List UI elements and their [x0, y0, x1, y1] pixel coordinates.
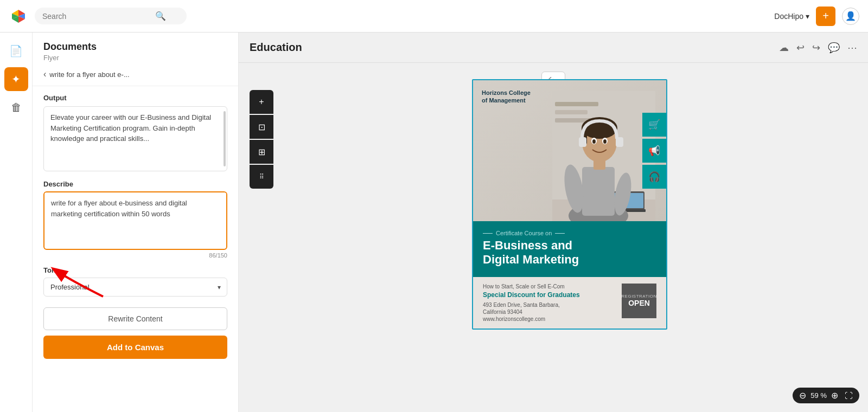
zoom-in-button[interactable]: ⊕ — [831, 391, 838, 400]
open-label: OPEN — [628, 299, 650, 307]
search-bar[interactable]: 🔍 — [35, 8, 187, 24]
college-name-text: Horizons College of Management — [482, 89, 531, 105]
left-panel: Documents Flyer ‹ write for a flyer abou… — [33, 33, 239, 412]
flyer-photo-section: Horizons College of Management — [473, 80, 666, 221]
flyer-address: 493 Eden Drive, Santa Barbara, — [483, 302, 616, 308]
panel-subtitle: Flyer — [43, 54, 227, 62]
flyer-card: Horizons College of Management — [472, 79, 667, 330]
app-logo[interactable] — [9, 7, 28, 26]
output-text: Elevate your career with our E-Business … — [50, 113, 211, 143]
undo-icon[interactable]: ↩ — [796, 42, 805, 54]
flyer-state: California 93404 — [483, 309, 616, 315]
sidebar-item-trash[interactable]: 🗑 — [4, 95, 28, 119]
cloud-save-icon[interactable]: ☁ — [779, 42, 789, 54]
comments-icon[interactable]: 💬 — [828, 42, 840, 54]
student-photo — [552, 91, 655, 221]
describe-textarea[interactable]: write for a flyer about e-business and d… — [44, 192, 226, 247]
svg-point-25 — [592, 139, 596, 144]
sidebar-item-documents[interactable]: 📄 — [4, 39, 28, 63]
tone-select[interactable]: Professional Casual Formal Friendly Pers… — [43, 278, 227, 297]
canvas-actions: ☁ ↩ ↪ 💬 ⋯ — [779, 42, 857, 54]
output-box: Elevate your career with our E-Business … — [43, 106, 227, 171]
add-new-button[interactable]: + — [816, 7, 835, 26]
user-profile-button[interactable]: 👤 — [842, 8, 859, 25]
canvas-wrapper: + ⊡ ⊞ ⠿ Horizons College of Management — [239, 63, 868, 412]
megaphone-icon: 📢 — [642, 139, 666, 163]
tone-label: Tone — [43, 266, 227, 274]
flyer-main-title: E-Business and Digital Marketing — [483, 239, 656, 267]
panel-content: Output Elevate your career with our E-Bu… — [33, 86, 238, 412]
fullscreen-button[interactable]: ⛶ — [845, 391, 853, 400]
zoom-out-button[interactable]: ⊖ — [799, 391, 806, 400]
search-icon: 🔍 — [155, 11, 166, 21]
flyer-teal-section: Certificate Course on E-Business and Dig… — [473, 221, 666, 277]
topbar-right: DocHipo ▾ + 👤 — [774, 7, 859, 26]
breadcrumb-text: write for a flyer about e-... — [49, 70, 129, 79]
trash-icon: 🗑 — [11, 101, 22, 114]
flyer-website: www.horizonscollege.com — [483, 316, 616, 322]
canvas-left-toolbar: + ⊡ ⊞ ⠿ — [250, 90, 273, 189]
dots-icon: ⠿ — [259, 173, 264, 181]
add-to-canvas-button[interactable]: Add to Canvas — [43, 336, 227, 359]
more-options-icon[interactable]: ⋯ — [847, 42, 857, 54]
document-icon: 📄 — [9, 44, 23, 57]
sidebar-item-ai[interactable]: ✦ — [4, 67, 28, 91]
tone-select-wrapper: Professional Casual Formal Friendly Pers… — [43, 278, 227, 297]
svg-rect-9 — [555, 110, 588, 114]
plus-icon: + — [259, 97, 264, 107]
canvas-title: Education — [250, 41, 302, 54]
flyer-bottom-text: How to Start, Scale or Sell E-Com Specia… — [483, 284, 616, 322]
svg-point-26 — [603, 139, 607, 144]
rewrite-content-button[interactable]: Rewrite Content — [43, 307, 227, 330]
user-icon: 👤 — [845, 11, 856, 21]
headset-icon: 🎧 — [642, 165, 666, 189]
zoom-percentage: 59 % — [810, 391, 827, 400]
describe-label: Describe — [43, 180, 227, 188]
cart-icon: 🛒 — [642, 113, 666, 137]
registration-badge: Registration OPEN — [622, 284, 656, 318]
breadcrumb: ‹ write for a flyer about e-... — [33, 66, 238, 86]
grid-tool-button[interactable]: ⊞ — [250, 140, 273, 164]
topbar: 🔍 DocHipo ▾ + 👤 — [0, 0, 868, 33]
add-element-button[interactable]: + — [250, 90, 273, 114]
flyer-bottom-section: How to Start, Scale or Sell E-Com Specia… — [473, 277, 666, 329]
search-input[interactable] — [42, 12, 151, 21]
resize-tool-button[interactable]: ⊡ — [250, 115, 273, 139]
panel-title: Documents — [43, 41, 227, 53]
flyer-subtitle: How to Start, Scale or Sell E-Com — [483, 284, 616, 289]
dots-tool-button[interactable]: ⠿ — [250, 165, 273, 189]
svg-rect-28 — [616, 137, 623, 147]
center-area: Education ☁ ↩ ↪ 💬 ⋯ — [239, 33, 868, 412]
flyer-discount-text: Special Discount for Graduates — [483, 291, 616, 299]
panel-header: Documents Flyer — [33, 33, 238, 66]
svg-rect-16 — [582, 167, 615, 216]
grid-icon: ⊞ — [258, 147, 265, 157]
svg-rect-27 — [579, 137, 586, 147]
course-label-text: Certificate Course on — [483, 230, 656, 236]
icon-sidebar: 📄 ✦ 🗑 — [0, 33, 33, 412]
app-name-button[interactable]: DocHipo ▾ — [774, 12, 809, 21]
zoom-bar: ⊖ 59 % ⊕ ⛶ — [793, 388, 859, 403]
back-arrow-button[interactable]: ‹ — [43, 69, 46, 79]
output-label: Output — [43, 94, 227, 102]
ai-icon: ✦ — [11, 73, 21, 86]
canvas-topbar: Education ☁ ↩ ↪ 💬 ⋯ — [239, 33, 868, 63]
svg-rect-8 — [555, 102, 598, 106]
output-scrollbar[interactable] — [224, 111, 226, 166]
reg-label: Registration — [621, 294, 656, 299]
char-count: 86/150 — [43, 252, 227, 259]
describe-textarea-wrapper: write for a flyer about e-business and d… — [43, 191, 227, 250]
resize-icon: ⊡ — [258, 122, 265, 132]
redo-icon[interactable]: ↪ — [812, 42, 820, 54]
flyer-right-icons: 🛒 📢 🎧 — [642, 113, 666, 189]
main-layout: 📄 ✦ 🗑 Documents Flyer ‹ write for a flye… — [0, 33, 868, 412]
